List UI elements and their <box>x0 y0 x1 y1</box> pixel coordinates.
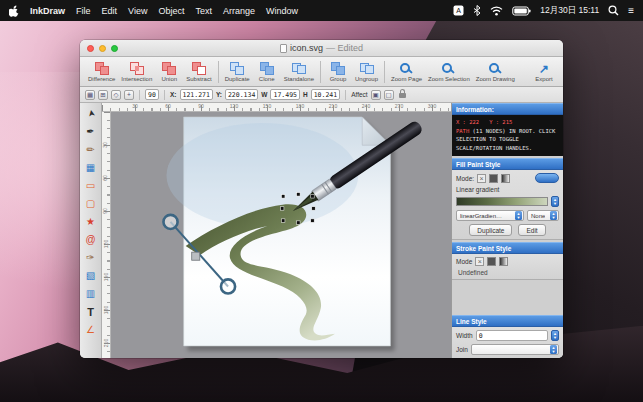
spotlight-icon[interactable] <box>608 5 619 16</box>
wifi-icon[interactable] <box>490 6 503 16</box>
gradient-tool[interactable]: ▧ <box>82 267 100 284</box>
snap-point-toggle-icon[interactable]: ◇ <box>111 90 121 100</box>
affect-fill-toggle-icon[interactable]: ▣ <box>371 90 381 100</box>
fill-color-well[interactable] <box>535 173 559 183</box>
select-tool[interactable]: ➤ <box>81 103 101 124</box>
notification-center-icon[interactable]: ≡ <box>628 6 634 16</box>
substract-button[interactable]: Substract <box>183 61 214 82</box>
zoom-page-button[interactable]: Zoom Page <box>388 61 425 82</box>
stroke-paint-style-body: Mode × Undefined <box>452 254 563 280</box>
star-tool[interactable]: ★ <box>82 213 100 230</box>
line-join-select[interactable]: ▲▼ <box>471 344 559 355</box>
export-button[interactable]: ↗ Export <box>530 61 558 82</box>
intersection-button[interactable]: Intersection <box>118 61 155 82</box>
window-title: icon.svg — Edited <box>80 43 563 53</box>
line-width-stepper[interactable]: ▲▼ <box>551 330 559 341</box>
zoom-drawing-button[interactable]: Zoom Drawing <box>473 61 518 82</box>
menu-edit[interactable]: Edit <box>102 6 118 16</box>
x-field[interactable]: 121.271 <box>180 89 213 100</box>
information-header[interactable]: Information: <box>452 103 563 115</box>
w-label: W <box>261 91 267 98</box>
pen-tool[interactable]: ✒ <box>82 123 100 140</box>
stroke-none-mode-icon[interactable]: × <box>475 257 484 266</box>
information-body: X : 222 Y : 215 PATH (11 NODES) IN ROOT.… <box>452 115 563 156</box>
toolbar-separator <box>218 61 219 83</box>
brush-tool[interactable]: ✑ <box>82 249 100 266</box>
titlebar[interactable]: icon.svg — Edited <box>80 40 563 57</box>
stroke-gradient-mode-icon[interactable] <box>499 257 508 266</box>
menubar: InkDraw File Edit View Object Text Arran… <box>0 0 643 21</box>
line-width-label: Width <box>456 332 473 339</box>
duplicate-button[interactable]: Duplicate <box>222 61 253 82</box>
magnifier-icon <box>400 63 410 73</box>
gradient-stepper[interactable]: ▲▼ <box>551 196 559 207</box>
zoom-window-button[interactable] <box>111 45 118 52</box>
select-arrows-icon: ▲▼ <box>550 345 557 354</box>
battery-icon[interactable] <box>512 6 531 16</box>
stroke-solid-mode-icon[interactable] <box>487 257 496 266</box>
fill-paint-style-header[interactable]: Fill Paint Style <box>452 158 563 170</box>
duplicate-gradient-button[interactable]: Duplicate <box>469 224 512 236</box>
document-name: icon.svg <box>290 43 323 53</box>
lock-icon[interactable] <box>399 93 406 98</box>
gradient-units-select[interactable]: None ▲▼ <box>527 210 559 221</box>
edit-gradient-button[interactable]: Edit <box>518 224 545 236</box>
fill-solid-mode-icon[interactable] <box>489 174 498 183</box>
bluetooth-icon[interactable] <box>473 5 481 16</box>
export-arrow-icon: ↗ <box>539 63 549 75</box>
menubar-clock[interactable]: 12月30日 15:11 <box>540 5 599 17</box>
zoom-selection-button[interactable]: Zoom Selection <box>425 61 473 82</box>
input-source-icon[interactable]: A <box>453 5 464 16</box>
main-toolbar: Difference Intersection Union Substract … <box>80 57 563 87</box>
magnifier-icon <box>489 63 499 73</box>
menu-app[interactable]: InkDraw <box>30 6 65 16</box>
menu-object[interactable]: Object <box>158 6 184 16</box>
gradient-select[interactable]: linearGradien… ▲▼ <box>456 210 524 221</box>
snap-guide-toggle-icon[interactable]: + <box>124 90 134 100</box>
info-y: Y : 215 <box>489 119 512 125</box>
stroke-mode-label: Mode <box>456 258 472 265</box>
clone-button[interactable]: Clone <box>253 61 281 82</box>
apple-menu-icon[interactable] <box>9 5 19 17</box>
line-style-header[interactable]: Line Style <box>452 315 563 327</box>
menu-arrange[interactable]: Arrange <box>223 6 255 16</box>
minimize-button[interactable] <box>99 45 106 52</box>
affect-stroke-toggle-icon[interactable]: ▢ <box>384 90 394 100</box>
group-icon <box>331 62 345 75</box>
fill-paint-style-body: Mode: × Linear gradient ▲▼ <box>452 170 563 240</box>
grid-toggle-icon[interactable]: ▦ <box>85 90 95 100</box>
rect-tool[interactable]: ▭ <box>82 177 100 194</box>
stroke-paint-style-header[interactable]: Stroke Paint Style <box>452 242 563 254</box>
spiral-tool[interactable]: @ <box>82 231 100 248</box>
fill-none-mode-icon[interactable]: × <box>477 174 486 183</box>
fill-gradient-mode-icon[interactable] <box>501 174 510 183</box>
chart-tool[interactable]: ▥ <box>82 285 100 302</box>
snap-grid-toggle-icon[interactable]: ⊞ <box>98 90 108 100</box>
menu-view[interactable]: View <box>128 6 147 16</box>
gradient-end-handle <box>221 279 235 293</box>
drawing-canvas[interactable] <box>111 112 451 358</box>
group-button[interactable]: Group <box>324 61 352 82</box>
toolbar-separator <box>384 61 385 83</box>
w-field[interactable]: 17.495 <box>270 89 299 100</box>
close-button[interactable] <box>87 45 94 52</box>
y-field[interactable]: 220.134 <box>225 89 258 100</box>
ruler-tool[interactable]: ∠ <box>82 321 100 338</box>
gradient-preview-bar[interactable] <box>456 197 548 206</box>
pencil-tool[interactable]: ✏ <box>82 141 100 158</box>
text-tool[interactable]: T <box>82 303 100 320</box>
menu-file[interactable]: File <box>76 6 91 16</box>
menu-text[interactable]: Text <box>195 6 212 16</box>
rounded-rect-tool[interactable]: ▢ <box>82 195 100 212</box>
standalone-button[interactable]: Standalone <box>281 61 317 82</box>
magnifier-icon <box>442 63 452 73</box>
line-width-field[interactable]: 0 <box>476 330 548 341</box>
difference-button[interactable]: Difference <box>85 61 118 82</box>
angle-field[interactable]: 90 <box>145 89 159 100</box>
colors-tool[interactable]: ▦ <box>82 159 100 176</box>
union-button[interactable]: Union <box>155 61 183 82</box>
ungroup-button[interactable]: Ungroup <box>352 61 381 82</box>
menu-window[interactable]: Window <box>266 6 298 16</box>
h-field[interactable]: 10.241 <box>311 89 340 100</box>
h-label: H <box>303 91 308 98</box>
